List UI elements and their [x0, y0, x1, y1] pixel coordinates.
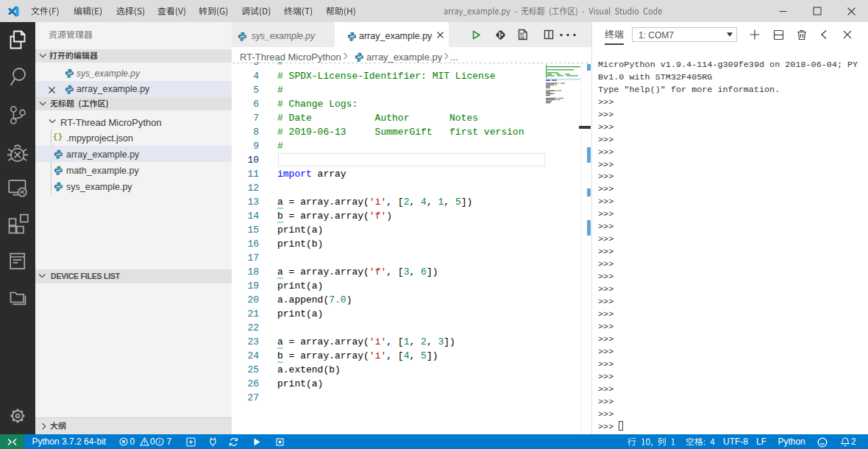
svg-text:10: 10 — [520, 36, 524, 40]
